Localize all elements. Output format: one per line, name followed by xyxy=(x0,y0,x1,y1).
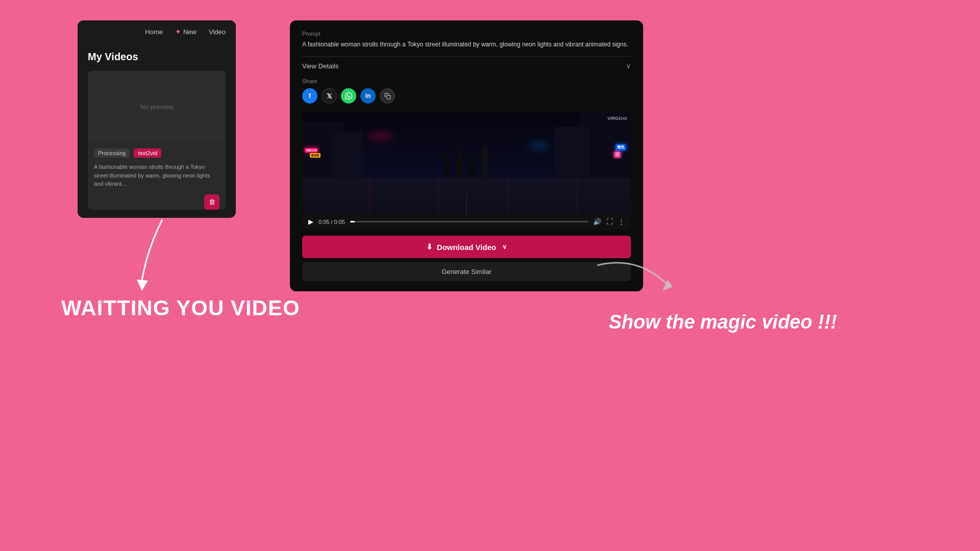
spark-icon: ✦ xyxy=(175,28,181,36)
linkedin-share-button[interactable]: in xyxy=(360,88,376,104)
video-preview-area: No preview xyxy=(88,71,226,142)
annotation-right: Show the magic video !!! xyxy=(608,311,837,333)
prompt-text: A fashionable woman strolls through a To… xyxy=(302,40,631,49)
no-preview-label: No preview xyxy=(140,103,173,111)
control-icons: 🔊 ⛶ ⋮ xyxy=(593,218,625,226)
svg-marker-0 xyxy=(137,280,148,291)
whatsapp-share-button[interactable] xyxy=(341,88,356,104)
share-section: Share f 𝕏 in xyxy=(302,78,631,104)
fullscreen-icon[interactable]: ⛶ xyxy=(606,218,613,226)
nav-new[interactable]: ✦ New xyxy=(175,28,197,36)
panel-content: My Videos No preview Processing text2vid… xyxy=(78,43,236,218)
nav-home[interactable]: Home xyxy=(145,28,163,36)
play-button[interactable]: ▶ xyxy=(308,218,313,226)
arrow-right xyxy=(597,255,709,306)
view-details-label: View Details xyxy=(302,62,338,70)
chevron-down-icon: ∨ xyxy=(626,62,631,70)
prompt-label: Prompt xyxy=(302,31,631,37)
video-player: NEON BAR 電気 店 xyxy=(302,112,631,230)
arrow-left xyxy=(137,219,178,301)
annotation-left: WAITTING YOU VIDEO xyxy=(61,296,300,320)
time-display: 0:05 / 0:05 xyxy=(318,219,345,225)
neon-city-scene: NEON BAR 電気 店 xyxy=(302,112,631,214)
video-thumbnail: NEON BAR 電気 店 xyxy=(302,112,631,214)
progress-bar[interactable] xyxy=(350,221,588,222)
video-card: No preview Processing text2vid A fashion… xyxy=(88,71,226,210)
volume-icon[interactable]: 🔊 xyxy=(593,218,601,226)
download-icon: ⬇ xyxy=(426,242,433,252)
type-badge: text2vid xyxy=(134,148,161,158)
navigation-bar: Home ✦ New Video xyxy=(78,20,236,43)
generate-similar-button[interactable]: Generate Similar xyxy=(302,262,631,281)
dropdown-chevron-icon: ∨ xyxy=(502,243,507,251)
svg-rect-1 xyxy=(386,95,390,98)
progress-fill xyxy=(350,221,355,222)
panel-title: My Videos xyxy=(88,51,226,63)
more-options-icon[interactable]: ⋮ xyxy=(618,218,625,226)
video-card-info: Processing text2vid A fashionable woman … xyxy=(88,142,226,201)
copy-link-button[interactable] xyxy=(380,88,395,104)
x-share-button[interactable]: 𝕏 xyxy=(322,88,337,104)
delete-button[interactable]: 🗑 xyxy=(204,194,219,210)
trash-icon: 🗑 xyxy=(209,198,215,206)
video-controls: ▶ 0:05 / 0:05 🔊 ⛶ ⋮ xyxy=(302,214,631,230)
share-label: Share xyxy=(302,78,631,84)
video-description: A fashionable woman strolls through a To… xyxy=(94,163,219,188)
download-video-button[interactable]: ⬇ Download Video ∨ xyxy=(302,236,631,258)
left-panel: Home ✦ New Video My Videos No preview Pr… xyxy=(78,20,236,218)
watermark: VIRGOAI xyxy=(607,116,627,121)
share-icons-row: f 𝕏 in xyxy=(302,88,631,104)
processing-badge: Processing xyxy=(94,148,130,158)
right-panel: Prompt A fashionable woman strolls throu… xyxy=(290,20,643,291)
facebook-share-button[interactable]: f xyxy=(302,88,317,104)
badge-row: Processing text2vid xyxy=(94,148,219,158)
nav-video[interactable]: Video xyxy=(209,28,226,36)
view-details-row[interactable]: View Details ∨ xyxy=(302,56,631,70)
